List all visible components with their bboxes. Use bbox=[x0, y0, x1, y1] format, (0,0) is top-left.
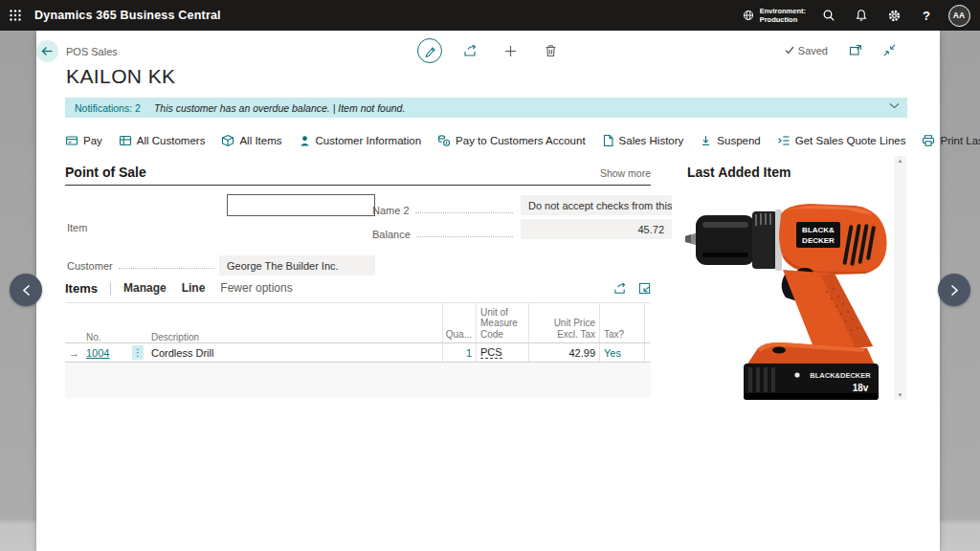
row-menu-icon[interactable]: ⋮ bbox=[132, 345, 144, 360]
printer-icon bbox=[922, 134, 935, 147]
cell-tax[interactable]: Yes bbox=[604, 347, 621, 359]
name2-label: Name 2 bbox=[372, 205, 410, 216]
tab-manage[interactable]: Manage bbox=[123, 281, 167, 295]
environment-icon bbox=[742, 9, 755, 22]
cell-unit-price[interactable]: 42.99 bbox=[568, 347, 595, 359]
dotted-leader bbox=[119, 268, 214, 269]
action-all-items[interactable]: All Items bbox=[221, 134, 281, 147]
action-pay[interactable]: Pay bbox=[65, 134, 102, 147]
notification-bar: Notifications: 2 This customer has an ov… bbox=[65, 98, 907, 118]
trash-icon bbox=[545, 44, 557, 57]
environment-switcher[interactable]: Environment: Production bbox=[736, 7, 812, 24]
pos-sales-page: POS Sales bbox=[36, 31, 940, 551]
header-unit-price[interactable]: Unit Price Excl. Tax bbox=[528, 303, 599, 342]
action-print-last-slip[interactable]: Print Last Slip bbox=[922, 134, 980, 147]
action-pay-to-customers-account[interactable]: Pay to Customers Account bbox=[437, 134, 586, 147]
action-all-customers[interactable]: All Customers bbox=[119, 134, 206, 147]
search-button[interactable] bbox=[813, 0, 844, 31]
help-button[interactable]: ? bbox=[911, 0, 942, 31]
battery-brand-label: BLACK&DECKER bbox=[810, 371, 871, 380]
all-customers-icon bbox=[119, 134, 132, 147]
header-description[interactable]: Description bbox=[147, 332, 442, 343]
cell-no[interactable]: 1004 bbox=[86, 347, 109, 359]
items-table-header: No. Description Qua... Unit of Measure C… bbox=[65, 303, 651, 343]
next-record-button[interactable] bbox=[938, 274, 970, 306]
share-icon bbox=[463, 44, 478, 57]
customer-value[interactable]: George The Builder Inc. bbox=[219, 255, 375, 276]
edit-button[interactable] bbox=[417, 38, 442, 63]
action-suspend[interactable]: Suspend bbox=[700, 134, 760, 147]
scroll-up-icon[interactable]: ▲ bbox=[898, 158, 903, 164]
name2-value[interactable]: Do not accept checks from this Cust... bbox=[521, 195, 672, 215]
scroll-down-icon[interactable]: ▼ bbox=[898, 392, 903, 398]
drill-brand-line2: DECKER bbox=[802, 236, 835, 245]
cell-quantity[interactable]: 1 bbox=[466, 347, 472, 359]
action-customer-information[interactable]: Customer Information bbox=[299, 135, 422, 147]
collapse-button[interactable] bbox=[883, 44, 896, 56]
balance-value[interactable]: 45.72 bbox=[521, 219, 672, 239]
breadcrumb[interactable]: POS Sales bbox=[66, 46, 118, 57]
suspend-icon bbox=[700, 134, 712, 147]
app-window: Dynamics 365 Business Central Environmen… bbox=[0, 0, 980, 551]
table-empty-area bbox=[65, 363, 651, 398]
pay-to-account-icon bbox=[437, 134, 451, 147]
divider bbox=[110, 282, 111, 295]
header-tax[interactable]: Tax? bbox=[599, 303, 645, 342]
point-of-sale-section: Point of Sale Show more Item . Customer … bbox=[65, 165, 651, 186]
settings-button[interactable] bbox=[879, 0, 909, 31]
gear-icon bbox=[887, 9, 902, 23]
environment-label: Environment: bbox=[760, 7, 806, 15]
action-get-sales-quote-lines[interactable]: Get Sales Quote Lines bbox=[777, 134, 906, 147]
app-launcher-waffle-icon[interactable] bbox=[0, 0, 31, 31]
avatar: AA bbox=[948, 5, 970, 27]
all-items-icon bbox=[221, 134, 234, 147]
action-bar: Pay All Customers All It bbox=[65, 129, 938, 152]
page-title: KAILON KK bbox=[66, 65, 175, 88]
cell-description[interactable]: Cordless Drill bbox=[151, 347, 213, 359]
notification-chevron-icon[interactable] bbox=[889, 102, 900, 109]
header-no[interactable]: No. bbox=[82, 332, 128, 343]
share-button[interactable] bbox=[457, 38, 482, 63]
show-more-link[interactable]: Show more bbox=[600, 167, 651, 179]
section-title: Point of Sale bbox=[65, 165, 146, 180]
save-status-label: Saved bbox=[798, 45, 828, 56]
new-record-button[interactable] bbox=[498, 38, 523, 63]
checkmark-icon bbox=[785, 46, 794, 55]
row-pointer-icon: → bbox=[65, 347, 82, 359]
popout-button[interactable] bbox=[849, 44, 862, 56]
header-quantity[interactable]: Qua... bbox=[442, 303, 476, 342]
last-added-item-image: BLACK& DECKER bbox=[683, 182, 899, 402]
previous-record-button[interactable] bbox=[10, 274, 42, 306]
delete-record-button[interactable] bbox=[538, 38, 563, 63]
notifications-button[interactable] bbox=[846, 0, 877, 31]
tab-line[interactable]: Line bbox=[182, 281, 206, 295]
notification-message: This customer has an overdue balance. | … bbox=[154, 102, 405, 114]
item-input[interactable] bbox=[227, 194, 375, 216]
open-in-window-icon[interactable] bbox=[638, 282, 651, 295]
items-section: Items Manage Line Fewer options bbox=[65, 279, 651, 398]
account-menu-button[interactable]: AA bbox=[944, 0, 974, 31]
action-sales-history[interactable]: Sales History bbox=[602, 134, 684, 147]
environment-value: Production bbox=[760, 15, 798, 24]
cell-uom[interactable]: PCS bbox=[480, 346, 502, 359]
pay-icon bbox=[65, 134, 78, 147]
app-title[interactable]: Dynamics 365 Business Central bbox=[34, 9, 221, 22]
table-row[interactable]: → 1004 ⋮ Cordless Drill 1 PCS 42.99 Yes bbox=[65, 343, 651, 363]
share-grid-icon[interactable] bbox=[613, 282, 627, 295]
battery-voltage-label: 18v bbox=[853, 383, 869, 393]
tab-fewer-options[interactable]: Fewer options bbox=[220, 281, 292, 295]
balance-label: Balance bbox=[372, 229, 411, 240]
factbox-scrollbar[interactable]: ▲ ▼ bbox=[894, 156, 906, 400]
customer-information-icon bbox=[299, 135, 311, 147]
dotted-leader bbox=[416, 236, 513, 237]
sales-history-icon bbox=[602, 134, 614, 147]
items-section-title: Items bbox=[65, 281, 98, 296]
back-arrow-icon bbox=[41, 46, 54, 56]
back-button[interactable] bbox=[36, 40, 58, 62]
drill-brand-line1: BLACK& bbox=[802, 226, 835, 234]
search-icon bbox=[822, 9, 835, 22]
header-uom[interactable]: Unit of Measure Code bbox=[476, 303, 528, 342]
help-icon: ? bbox=[923, 9, 930, 23]
dotted-leader bbox=[415, 212, 513, 213]
notification-count[interactable]: Notifications: 2 bbox=[75, 102, 141, 114]
